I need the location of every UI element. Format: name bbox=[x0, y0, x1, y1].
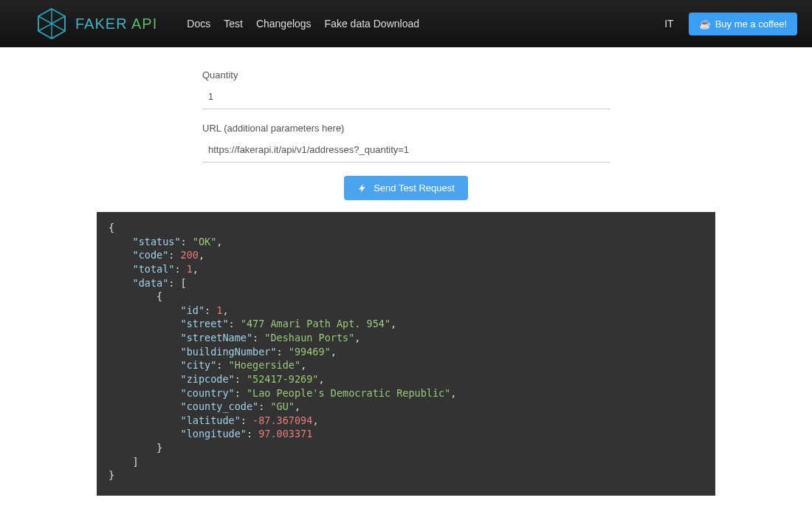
buy-coffee-button[interactable]: ☕ Buy me a coffee! bbox=[689, 13, 797, 35]
url-input[interactable] bbox=[208, 144, 607, 155]
response-json-panel: { "status": "OK", "code": 200, "total": … bbox=[97, 212, 715, 496]
nav-changelogs[interactable]: Changelogs bbox=[256, 18, 312, 30]
logo[interactable]: FAKER API bbox=[35, 7, 157, 40]
quantity-input[interactable] bbox=[208, 91, 607, 102]
coffee-icon: ☕ bbox=[699, 18, 711, 30]
nav-docs[interactable]: Docs bbox=[187, 18, 210, 30]
nav-links: Docs Test Changelogs Fake data Download bbox=[187, 18, 664, 30]
url-label: URL (additional parameters here) bbox=[202, 123, 610, 134]
test-form: Quantity URL (additional parameters here… bbox=[202, 69, 610, 200]
buy-coffee-label: Buy me a coffee! bbox=[715, 18, 787, 30]
main: Quantity URL (additional parameters here… bbox=[0, 47, 812, 510]
logo-text: FAKER API bbox=[75, 16, 157, 33]
quantity-field: Quantity bbox=[202, 69, 610, 109]
nav-test[interactable]: Test bbox=[224, 18, 243, 30]
send-button-label: Send Test Request bbox=[374, 182, 455, 194]
lightning-icon bbox=[357, 183, 368, 194]
url-field: URL (additional parameters here) bbox=[202, 123, 610, 163]
send-test-request-button[interactable]: Send Test Request bbox=[344, 176, 468, 200]
logo-icon bbox=[35, 7, 68, 40]
navbar: FAKER API Docs Test Changelogs Fake data… bbox=[0, 0, 812, 47]
quantity-label: Quantity bbox=[202, 69, 610, 81]
language-switch[interactable]: IT bbox=[664, 18, 673, 30]
nav-fakedata[interactable]: Fake data Download bbox=[325, 18, 419, 30]
